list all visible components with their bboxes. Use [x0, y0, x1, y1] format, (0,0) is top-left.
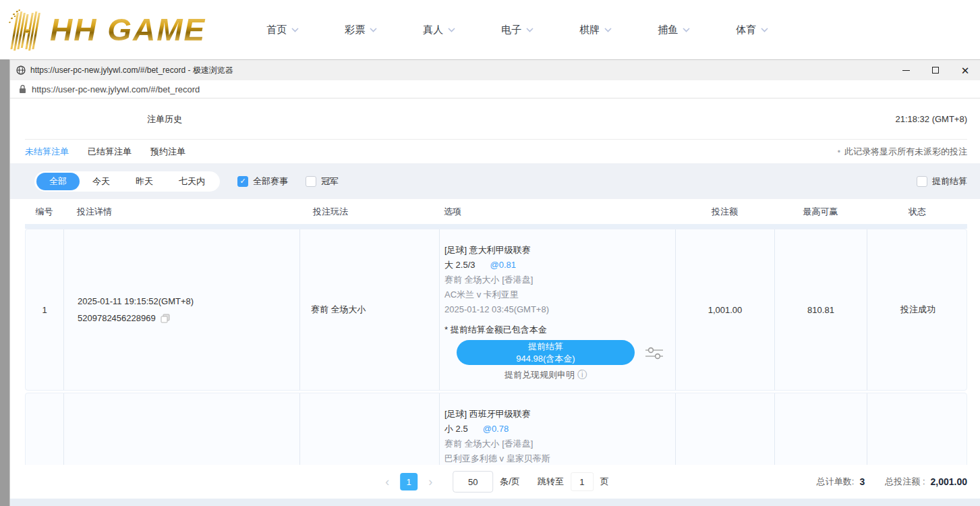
row-number: 1 — [42, 305, 47, 315]
total-count-value: 3 — [859, 476, 865, 487]
cell-bet-detail: 2025-01-11 19:15:52(GMT+8) 5209782456228… — [64, 229, 300, 390]
range-yesterday[interactable]: 昨天 — [123, 173, 166, 190]
odds-value: @0.78 — [483, 422, 509, 437]
match-teams: AC米兰 v 卡利亚里 — [444, 287, 668, 302]
market-name: 赛前 全场大小 [香港盘] — [444, 437, 668, 451]
nav-item-label: 棋牌 — [579, 24, 600, 36]
close-button[interactable]: ✕ — [950, 60, 980, 80]
table-header: 编号 投注详情 投注玩法 选项 投注额 最高可赢 状态 — [25, 199, 967, 224]
range-all[interactable]: 全部 — [36, 173, 80, 190]
globe-icon — [16, 65, 26, 75]
address-bar[interactable]: https://user-pc-new.jylywl.com/#/bet_rec… — [10, 80, 980, 99]
note-text: 此记录将显示所有未派彩的投注 — [844, 146, 967, 158]
jump-label: 跳转至 — [538, 476, 564, 488]
cashout-button-title: 提前结算 — [457, 341, 635, 353]
max-win: 810.81 — [807, 305, 834, 315]
site-logo[interactable]: HH GAME — [8, 9, 206, 51]
minimize-button[interactable] — [891, 60, 921, 80]
copy-icon[interactable] — [160, 313, 171, 324]
nav-item-label: 真人 — [423, 24, 443, 36]
all-events-label: 全部赛事 — [253, 175, 288, 188]
page-unit-label: 页 — [600, 476, 609, 488]
col-header-maxwin: 最高可赢 — [774, 206, 867, 218]
table-row: 1 2025-01-11 19:15:52(GMT+8) 52097824562… — [25, 229, 967, 391]
sliders-icon[interactable] — [644, 345, 664, 361]
cell-amount: 1,001.00 — [676, 229, 775, 390]
league-name: [足球] 意大利甲级联赛 — [444, 243, 668, 258]
chevron-down-icon — [526, 28, 534, 32]
cashout-rule-link[interactable]: 提前兑现规则申明 ⓘ — [444, 369, 647, 381]
cashout-button[interactable]: 提前结算 944.98(含本金) — [457, 340, 635, 365]
range-today[interactable]: 今天 — [80, 173, 123, 190]
logo-text: HH GAME — [50, 11, 206, 48]
match-time: 2025-01-12 03:45(GMT+8) — [444, 302, 668, 317]
cell-bet-detail — [64, 393, 300, 465]
cell-no: 1 — [26, 229, 64, 390]
cell-play — [300, 393, 440, 465]
cell-option: [足球] 西班牙甲级联赛 小 2.5 @0.78 赛前 全场大小 [香港盘] 巴… — [440, 393, 676, 465]
nav-item-label: 电子 — [501, 24, 521, 36]
nav-item-lottery[interactable]: 彩票 — [322, 24, 400, 36]
per-page-label: 条/页 — [500, 476, 520, 488]
col-header-play: 投注玩法 — [299, 206, 439, 218]
col-header-option: 选项 — [439, 206, 675, 218]
nav-item-live[interactable]: 真人 — [400, 24, 478, 36]
pagination-bar: ‹ 1 › 条/页 跳转至 页 总计单数: 3 总投注额 : 2,001.00 — [10, 465, 980, 499]
selection: 小 2.5 — [444, 422, 468, 437]
cell-option: [足球] 意大利甲级联赛 大 2.5/3 @0.81 赛前 全场大小 [香港盘]… — [440, 229, 676, 390]
champion-label: 冠军 — [321, 175, 339, 188]
tab-reserved[interactable]: 预约注单 — [150, 146, 185, 158]
browser-window: https://user-pc-new.jylywl.com/#/bet_rec… — [9, 59, 980, 506]
chevron-down-icon — [761, 28, 768, 32]
selection: 大 2.5/3 — [444, 258, 475, 273]
nav-item-fishing[interactable]: 捕鱼 — [635, 24, 713, 36]
pager-controls: ‹ 1 › 条/页 跳转至 页 — [381, 471, 609, 493]
nav-item-label: 体育 — [736, 24, 756, 36]
tab-settled[interactable]: 已结算注单 — [88, 146, 132, 158]
nav-item-slots[interactable]: 电子 — [478, 24, 556, 36]
page-1-button[interactable]: 1 — [400, 473, 417, 490]
champion-checkbox-wrap[interactable]: 冠军 — [306, 175, 339, 188]
bet-record-page: 注单历史 21:18:32 (GMT+8) 未结算注单 已结算注单 预约注单 •… — [10, 99, 980, 506]
jump-page-input[interactable] — [571, 472, 594, 491]
maximize-button[interactable] — [921, 60, 950, 80]
early-settle-checkbox-wrap[interactable]: 提前结算 — [917, 175, 967, 188]
early-settle-checkbox[interactable] — [917, 176, 927, 187]
total-amount-label: 总投注额 : — [885, 476, 925, 488]
nav-item-label: 彩票 — [345, 24, 365, 36]
bet-time: 2025-01-11 19:15:52(GMT+8) — [78, 296, 299, 306]
prev-page-icon[interactable]: ‹ — [381, 475, 393, 489]
tab-unsettled[interactable]: 未结算注单 — [25, 146, 69, 158]
page-size-input[interactable] — [453, 471, 493, 493]
nav-item-home[interactable]: 首页 — [243, 24, 322, 36]
info-icon[interactable]: ⓘ — [577, 369, 587, 381]
cell-amount — [676, 393, 775, 465]
cashout-button-amount: 944.98(含本金) — [457, 353, 635, 365]
chevron-down-icon — [604, 28, 612, 32]
match-teams: 巴利亚多利德 v 皇家贝蒂斯 — [444, 451, 668, 465]
next-page-icon[interactable]: › — [424, 475, 436, 489]
minimize-icon — [902, 70, 910, 71]
odds-value: @0.81 — [490, 258, 517, 273]
champion-checkbox[interactable] — [306, 176, 316, 187]
bet-amount: 1,001.00 — [708, 305, 743, 315]
all-events-checkbox-wrap[interactable]: 全部赛事 — [237, 175, 288, 188]
filter-row: 全部 今天 昨天 七天内 全部赛事 冠军 提前结算 — [10, 163, 980, 199]
range-7days[interactable]: 七天内 — [166, 173, 218, 190]
window-controls: ✕ — [891, 60, 980, 80]
all-events-checkbox[interactable] — [237, 176, 248, 187]
bet-id: 5209782456228969 — [78, 313, 156, 323]
table-body-top-strip — [25, 224, 967, 229]
screen: HH GAME 首页 彩票 真人 电子 棋牌 — [0, 0, 980, 506]
status-badge: 投注成功 — [900, 304, 935, 316]
nav-item-sports[interactable]: 体育 — [713, 24, 791, 36]
table-row: [足球] 西班牙甲级联赛 小 2.5 @0.78 赛前 全场大小 [香港盘] 巴… — [25, 393, 967, 465]
page-header: 注单历史 21:18:32 (GMT+8) — [10, 99, 980, 140]
browser-title-bar[interactable]: https://user-pc-new.jylywl.com/#/bet_rec… — [10, 60, 980, 80]
chevron-down-icon — [683, 28, 690, 32]
address-url: https://user-pc-new.jylywl.com/#/bet_rec… — [32, 84, 200, 94]
nav-item-cards[interactable]: 棋牌 — [556, 24, 635, 36]
col-header-amount: 投注额 — [675, 206, 774, 218]
col-header-status: 状态 — [867, 206, 968, 218]
current-time: 21:18:32 (GMT+8) — [895, 114, 967, 124]
